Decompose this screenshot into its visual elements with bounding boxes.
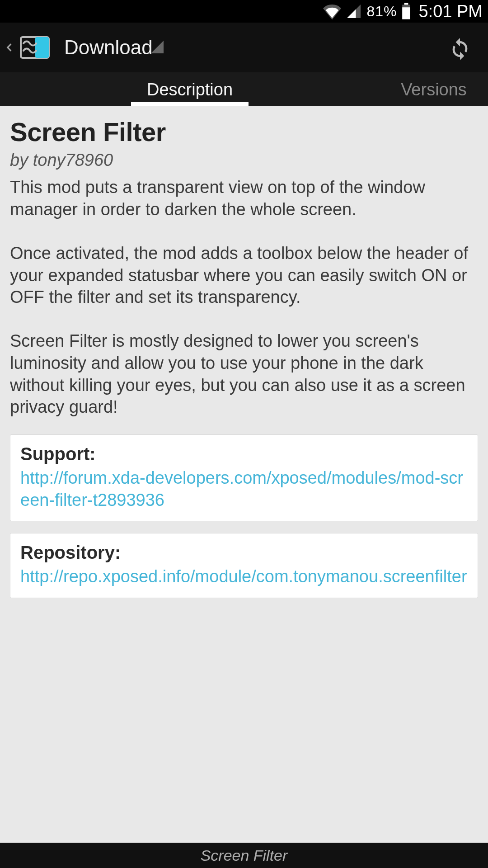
footer-text: Screen Filter: [201, 847, 288, 864]
tab-versions-label: Versions: [401, 80, 467, 99]
module-description: This mod puts a transparent view on top …: [10, 176, 478, 418]
refresh-button[interactable]: [442, 23, 478, 72]
module-author: by tony78960: [10, 151, 478, 170]
support-link[interactable]: http://forum.xda-developers.com/xposed/m…: [20, 467, 468, 511]
tab-description[interactable]: Description: [0, 73, 380, 106]
battery-percent: 81%: [366, 3, 397, 20]
support-label: Support:: [20, 444, 468, 464]
xposed-app-icon[interactable]: [17, 34, 52, 61]
tab-versions[interactable]: Versions: [380, 73, 488, 106]
content-area: Screen Filter by tony78960 This mod puts…: [0, 106, 488, 843]
svg-rect-2: [403, 7, 411, 19]
status-bar: 81% 5:01 PM: [0, 0, 488, 23]
repository-link[interactable]: http://repo.xposed.info/module/com.tonym…: [20, 566, 468, 588]
support-card: Support: http://forum.xda-developers.com…: [10, 434, 478, 521]
cell-signal-icon: [346, 3, 362, 19]
dropdown-indicator-icon[interactable]: [151, 41, 164, 53]
svg-rect-0: [404, 3, 408, 5]
repository-label: Repository:: [20, 542, 468, 563]
clock: 5:01 PM: [418, 2, 483, 21]
tab-bar: Description Versions: [0, 73, 488, 106]
wifi-icon: [323, 2, 341, 20]
action-bar: Download: [0, 23, 488, 73]
battery-icon: [401, 3, 411, 20]
module-title: Screen Filter: [10, 117, 478, 147]
svg-rect-4: [35, 37, 49, 58]
footer-bar: Screen Filter: [0, 843, 488, 868]
actionbar-title[interactable]: Download: [64, 36, 153, 59]
repository-card: Repository: http://repo.xposed.info/modu…: [10, 533, 478, 598]
tab-description-label: Description: [147, 80, 233, 99]
back-button[interactable]: [0, 22, 15, 73]
